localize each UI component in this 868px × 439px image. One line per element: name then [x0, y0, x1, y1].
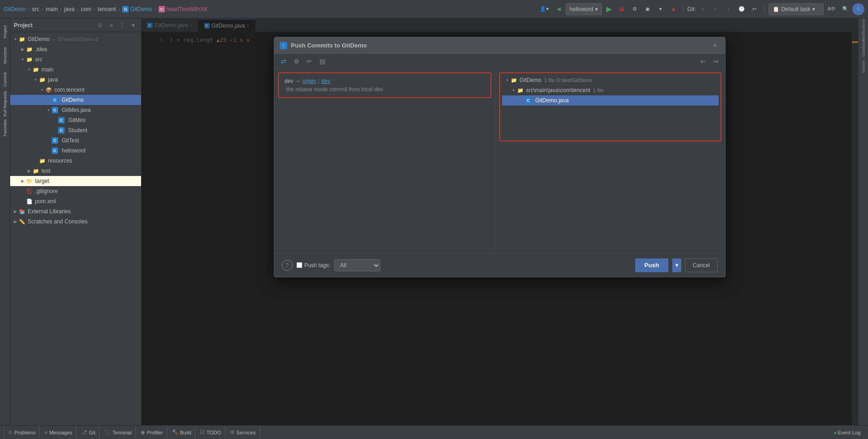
tree-item-pom[interactable]: 📄 pom.xml: [10, 196, 141, 206]
panel-icon-settings[interactable]: ⋮: [118, 21, 126, 29]
status-event-log[interactable]: ● Event Log: [830, 430, 864, 435]
push-tags-checkbox[interactable]: [296, 262, 302, 268]
tree-item-gitdemo[interactable]: C GitDemo: [10, 95, 141, 105]
dlg-btn-view[interactable]: ▤: [317, 56, 328, 67]
status-item-git[interactable]: ⎇ Git: [77, 426, 100, 439]
file-tree-sub[interactable]: ▾ 📁 src\main\java\com\tencent 1 file: [502, 85, 719, 95]
sidebar-item-pullrequests[interactable]: Pull Requests: [0, 92, 10, 115]
dlg-btn-collapse[interactable]: ⇐: [697, 56, 709, 67]
status-item-services[interactable]: ⚙ Services: [226, 426, 260, 439]
task-name: Default task: [781, 6, 810, 12]
help-button[interactable]: ?: [282, 260, 293, 271]
translate-btn[interactable]: A中: [825, 3, 838, 15]
dlg-btn-settings[interactable]: ⚙: [291, 56, 302, 67]
status-item-profiler[interactable]: ◉ Profiler: [137, 426, 167, 439]
branch-dropdown[interactable]: helloword ▾: [566, 3, 602, 15]
back-btn[interactable]: ◀: [553, 3, 565, 15]
git-check2[interactable]: ✓: [710, 3, 722, 15]
run-btn[interactable]: ▶: [603, 3, 615, 15]
panel-icon-collapse[interactable]: ≡: [107, 21, 115, 29]
sidebar-item-commit[interactable]: Commit: [0, 68, 10, 91]
status-item-todo[interactable]: ☑ TODO: [196, 426, 225, 439]
git-push[interactable]: ↑: [723, 3, 735, 15]
file-tree-sub-label: src\main\java\com\tencent: [526, 87, 590, 94]
tree-item-helloword[interactable]: C helloword: [10, 146, 141, 156]
cancel-button[interactable]: Cancel: [685, 258, 718, 272]
tree-item-gitmini[interactable]: C GitMini: [10, 115, 141, 125]
breadcrumb-gitdemo[interactable]: GitDemo: [4, 6, 25, 12]
breadcrumb-java[interactable]: java: [64, 6, 74, 12]
git-undo[interactable]: ↩: [749, 3, 761, 15]
panel-icon-locate[interactable]: ⊙: [96, 21, 104, 29]
push-dropdown-button[interactable]: ▾: [672, 258, 681, 272]
status-item-build[interactable]: 🔨 Build: [168, 426, 195, 439]
sidebar-item-project[interactable]: Project: [0, 20, 10, 43]
breadcrumb-main[interactable]: main: [46, 6, 58, 12]
breadcrumb-tencent[interactable]: tencent: [98, 6, 116, 12]
file-tree-root[interactable]: ▾ 📁 GitDemo 1 file D:\test\GitDemo: [502, 75, 719, 85]
tree-item-gitignore[interactable]: 🚫 .gitignore: [10, 186, 141, 196]
dlg-btn-expand[interactable]: ⇒: [710, 56, 721, 67]
build-icon: 🔨: [172, 429, 178, 435]
commit-message: the rebase mode commit from local dev: [284, 86, 485, 93]
right-strip-maven[interactable]: Maven: [859, 57, 868, 76]
tree-item-target[interactable]: ▶ 📁 target: [10, 176, 141, 186]
breadcrumb-method[interactable]: m heartTwoWithXK: [159, 6, 207, 12]
messages-icon: ≡: [44, 430, 47, 435]
tree-item-student[interactable]: C Student: [10, 125, 141, 135]
tree-arrow-idea: ▶: [19, 46, 26, 53]
settings-btn[interactable]: ⚙: [852, 3, 864, 15]
git-history[interactable]: 🕐: [736, 3, 748, 15]
file-tree-root-meta: 1 file D:\test\GitDemo: [544, 77, 592, 83]
status-item-messages[interactable]: ≡ Messages: [41, 426, 77, 439]
status-bar: ⚠ Problems ≡ Messages ⎇ Git ⬛ Terminal ◉…: [0, 425, 868, 439]
coverage-btn[interactable]: ⚙: [629, 3, 641, 15]
breadcrumb-gitdemo2[interactable]: G GitDemo: [122, 6, 152, 12]
tags-select[interactable]: All Annotated: [334, 259, 380, 271]
tree-item-ext-libs[interactable]: ▶ 📚 External Libraries: [10, 206, 141, 217]
tree-item-src[interactable]: ▾ 📁 src: [10, 54, 141, 64]
breadcrumb-src[interactable]: src: [32, 6, 39, 12]
status-profiler-label: Profiler: [147, 430, 163, 435]
right-strip-notifications[interactable]: Notifications: [859, 20, 868, 39]
tree-item-test[interactable]: ▶ 📁 test: [10, 166, 141, 176]
breadcrumb-com[interactable]: com: [81, 6, 91, 12]
dlg-btn-edit[interactable]: ✏: [304, 56, 315, 67]
tree-arrow-scratches: ▶: [12, 218, 18, 225]
stop-btn[interactable]: ■: [667, 3, 679, 15]
tree-item-main[interactable]: ▾ 📁 main: [10, 64, 141, 75]
status-item-terminal[interactable]: ⬛ Terminal: [100, 426, 136, 439]
tree-item-java[interactable]: ▾ 📁 java: [10, 75, 141, 85]
tree-item-gittest[interactable]: C GitTest: [10, 135, 141, 146]
dlg-btn-refresh[interactable]: ⇄: [278, 56, 289, 67]
tree-label-ext-libs: External Libraries: [28, 208, 71, 215]
tree-item-resources[interactable]: 📁 resources: [10, 156, 141, 166]
more-run-btn[interactable]: ▾: [655, 3, 667, 15]
files-pane: ▾ 📁 GitDemo 1 file D:\test\GitDemo ▾ 📁 s…: [496, 69, 725, 253]
right-strip-database[interactable]: Database: [859, 39, 868, 57]
file-tree-file[interactable]: C GitDemo.java: [502, 95, 719, 105]
toolbar-group-run: 👤▾ ◀ helloword ▾ ▶ 🐞 ⚙ ◉ ▾ ■: [537, 3, 679, 15]
search-btn[interactable]: 🔍: [839, 3, 851, 15]
dialog-close-btn[interactable]: ×: [710, 41, 720, 50]
profile-btn[interactable]: ◉: [642, 3, 654, 15]
tree-item-scratches[interactable]: ▶ ✏️ Scratches and Consoles: [10, 217, 141, 227]
commit-dev2-link[interactable]: dev: [321, 78, 330, 84]
task-dropdown[interactable]: 📋 Default task ▾: [768, 3, 824, 15]
status-item-problems[interactable]: ⚠ Problems: [4, 426, 40, 439]
tree-item-root[interactable]: ▾ 📁 GitDemo — D:\test\GitDemo d: [10, 34, 141, 44]
tree-item-com-tencent[interactable]: ▾ 📦 com.tencent: [10, 85, 141, 95]
gitignore-icon: 🚫: [26, 187, 33, 195]
tree-arrow-root: ▾: [12, 36, 18, 42]
push-button[interactable]: Push: [635, 258, 668, 272]
tree-item-idea[interactable]: ▶ 📁 .idea: [10, 44, 141, 54]
commit-origin-link[interactable]: origin: [302, 78, 316, 84]
git-check1[interactable]: ✓: [697, 3, 709, 15]
tree-item-gitmini-java[interactable]: ▾ C GitMini.java: [10, 105, 141, 115]
breadcrumb: GitDemo › src › main › java › com › tenc…: [4, 6, 207, 12]
debug-btn[interactable]: 🐞: [616, 3, 628, 15]
sidebar-item-structure[interactable]: Structure: [0, 44, 10, 67]
panel-icon-minimize[interactable]: ▾: [129, 21, 137, 29]
sidebar-item-favorites[interactable]: Favorites: [0, 116, 10, 139]
avatar-btn[interactable]: 👤▾: [537, 3, 552, 15]
